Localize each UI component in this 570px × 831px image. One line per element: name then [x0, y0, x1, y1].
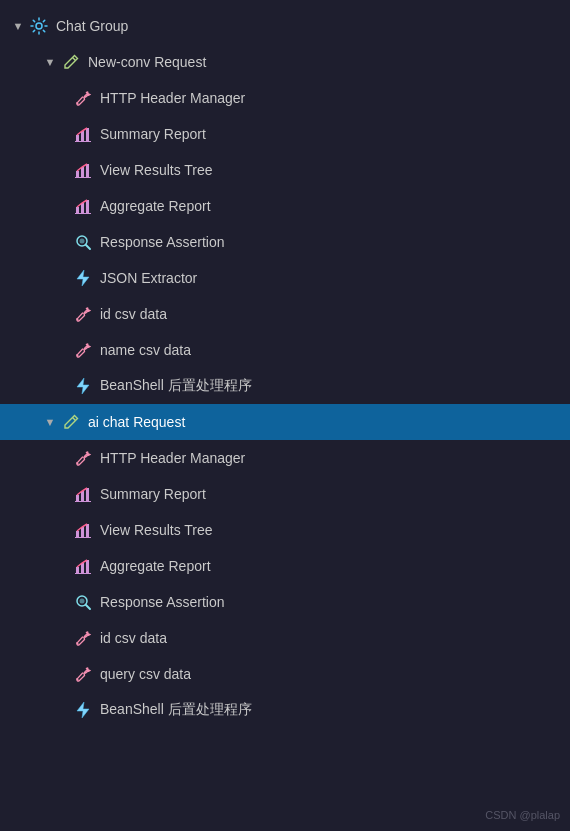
svg-rect-31 [81, 563, 84, 573]
root-label: Chat Group [56, 18, 128, 34]
svg-rect-30 [76, 567, 79, 573]
wrench-icon [72, 339, 94, 361]
svg-rect-3 [81, 131, 84, 141]
root-chevron: ▼ [8, 16, 28, 36]
svg-line-15 [86, 245, 90, 249]
item-label: BeanShell 后置处理程序 [100, 701, 252, 719]
wrench-icon [72, 303, 94, 325]
group-ai-chat[interactable]: ▼ ai chat Request [0, 404, 570, 440]
svg-rect-12 [86, 200, 89, 213]
list-item[interactable]: View Results Tree [0, 512, 570, 548]
list-item[interactable]: View Results Tree [0, 152, 570, 188]
item-label: View Results Tree [100, 522, 213, 538]
svg-rect-28 [86, 524, 89, 537]
item-label: Summary Report [100, 486, 206, 502]
svg-rect-8 [86, 164, 89, 177]
list-item[interactable]: Aggregate Report [0, 188, 570, 224]
item-label: BeanShell 后置处理程序 [100, 377, 252, 395]
svg-point-0 [36, 23, 42, 29]
item-label: query csv data [100, 666, 191, 682]
tree-icon [72, 519, 94, 541]
item-label: HTTP Header Manager [100, 90, 245, 106]
group-new-conv[interactable]: ▼ New-conv Request [0, 44, 570, 80]
svg-point-36 [80, 599, 85, 604]
list-item[interactable]: Response Assertion [0, 584, 570, 620]
magnify-icon [72, 231, 94, 253]
wrench-icon [72, 627, 94, 649]
item-label: name csv data [100, 342, 191, 358]
pencil-icon [60, 411, 82, 433]
wrench-icon [72, 447, 94, 469]
item-label: id csv data [100, 630, 167, 646]
svg-rect-24 [86, 488, 89, 501]
lightning-icon [72, 267, 94, 289]
list-item[interactable]: Response Assertion [0, 224, 570, 260]
new-conv-label: New-conv Request [88, 54, 206, 70]
svg-rect-22 [76, 495, 79, 501]
list-item[interactable]: id csv data [0, 296, 570, 332]
svg-rect-27 [81, 527, 84, 537]
svg-rect-10 [76, 207, 79, 213]
svg-rect-2 [76, 135, 79, 141]
chart-icon [72, 123, 94, 145]
list-item[interactable]: Aggregate Report [0, 548, 570, 584]
list-item[interactable]: BeanShell 后置处理程序 [0, 368, 570, 404]
list-item[interactable]: BeanShell 后置处理程序 [0, 692, 570, 728]
svg-marker-39 [77, 702, 89, 718]
watermark: CSDN @plalap [485, 809, 560, 821]
lightning-icon [72, 375, 94, 397]
list-item[interactable]: name csv data [0, 332, 570, 368]
svg-marker-17 [77, 270, 89, 286]
gear-icon [28, 15, 50, 37]
tree-root[interactable]: ▼ Chat Group [0, 8, 570, 44]
item-label: JSON Extractor [100, 270, 197, 286]
tree-container: ▼ Chat Group ▼ New-conv Request [0, 0, 570, 736]
svg-line-35 [86, 605, 90, 609]
svg-marker-20 [77, 378, 89, 394]
item-label: View Results Tree [100, 162, 213, 178]
svg-point-16 [80, 239, 85, 244]
svg-rect-32 [86, 560, 89, 573]
item-label: Summary Report [100, 126, 206, 142]
wrench-icon [72, 663, 94, 685]
item-label: Aggregate Report [100, 198, 211, 214]
list-item[interactable]: Summary Report [0, 116, 570, 152]
chart-icon [72, 195, 94, 217]
svg-rect-4 [86, 128, 89, 141]
item-label: Aggregate Report [100, 558, 211, 574]
list-item[interactable]: query csv data [0, 656, 570, 692]
lightning-icon [72, 699, 94, 721]
chart-icon [72, 483, 94, 505]
tree-icon [72, 159, 94, 181]
item-label: Response Assertion [100, 594, 225, 610]
list-item[interactable]: Summary Report [0, 476, 570, 512]
list-item[interactable]: id csv data [0, 620, 570, 656]
svg-rect-23 [81, 491, 84, 501]
item-label: Response Assertion [100, 234, 225, 250]
svg-rect-6 [76, 171, 79, 177]
svg-rect-26 [76, 531, 79, 537]
magnify-icon [72, 591, 94, 613]
list-item[interactable]: JSON Extractor [0, 260, 570, 296]
svg-rect-11 [81, 203, 84, 213]
list-item[interactable]: HTTP Header Manager [0, 80, 570, 116]
ai-chat-chevron: ▼ [40, 412, 60, 432]
chart-icon [72, 555, 94, 577]
ai-chat-label: ai chat Request [88, 414, 185, 430]
wrench-icon [72, 87, 94, 109]
item-label: HTTP Header Manager [100, 450, 245, 466]
item-label: id csv data [100, 306, 167, 322]
new-conv-chevron: ▼ [40, 52, 60, 72]
list-item[interactable]: HTTP Header Manager [0, 440, 570, 476]
svg-rect-7 [81, 167, 84, 177]
pencil-icon [60, 51, 82, 73]
